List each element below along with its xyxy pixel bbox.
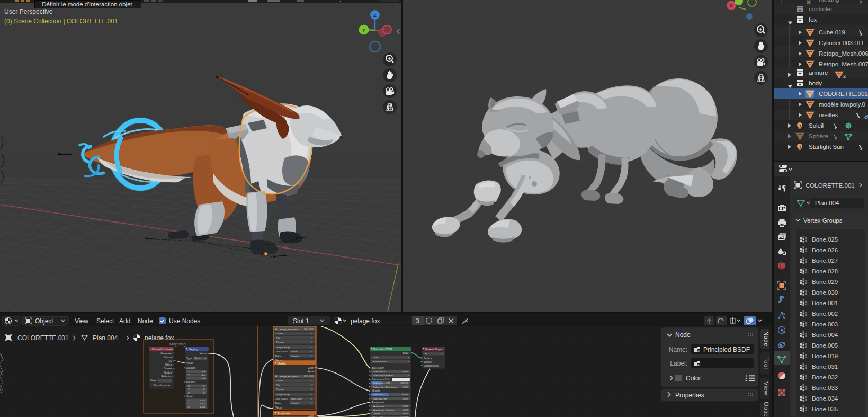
- svg-text:0.0%: 0.0%: [403, 412, 408, 415]
- svg-text:Subsurface IOR: Subsurface IOR: [373, 381, 390, 384]
- svg-text:Random Walk: Random Walk: [373, 360, 388, 363]
- svg-text:Type:: Type:: [186, 357, 192, 360]
- svg-text:Soleil: Soleil: [809, 122, 824, 129]
- svg-text:fox: fox: [809, 16, 817, 23]
- svg-text:145.0%: 145.0%: [400, 381, 408, 384]
- svg-text:COLORETTE.001: COLORETTE.001: [17, 334, 69, 342]
- svg-text:modèle lowpoly.0: modèle lowpoly.0: [819, 101, 865, 108]
- svg-text:Bone.035: Bone.035: [812, 406, 838, 412]
- svg-text:View: View: [75, 317, 88, 325]
- svg-text:1.000: 1.000: [200, 399, 206, 402]
- svg-text:Object: Object: [150, 379, 158, 382]
- svg-text:Subsurface Color: Subsurface Color: [372, 378, 391, 381]
- svg-text:Bone.029: Bone.029: [812, 279, 838, 285]
- svg-text:Material Output: Material Output: [425, 348, 443, 351]
- svg-text:Cube.019: Cube.019: [819, 29, 845, 36]
- svg-text:Single Image: Single Image: [276, 346, 290, 349]
- svg-text:0.0%: 0.0%: [403, 397, 408, 400]
- svg-text:Bone.030: Bone.030: [812, 289, 838, 296]
- svg-text:Retopo_Mesh.007: Retopo_Mesh.007: [819, 61, 868, 67]
- svg-text:Object: Object: [35, 317, 53, 325]
- svg-text:Base Color: Base Color: [372, 367, 384, 369]
- svg-text:metang: metang: [819, 0, 839, 3]
- svg-text:Bone.032: Bone.032: [812, 374, 838, 380]
- svg-text:Plan.004: Plan.004: [93, 334, 118, 342]
- svg-text:0 m: 0 m: [202, 374, 206, 376]
- svg-text:Starlight Sun: Starlight Sun: [809, 144, 844, 150]
- svg-text:Node: Node: [138, 317, 153, 325]
- svg-text:Bone.005: Bone.005: [812, 342, 838, 349]
- svg-text:COLORETTE.001: COLORETTE.001: [819, 91, 868, 97]
- svg-text:Bone.002: Bone.002: [812, 310, 838, 317]
- svg-text:Z: Z: [188, 392, 190, 394]
- svg-text:body: body: [809, 80, 822, 86]
- svg-text:Roughness: Roughness: [278, 412, 291, 415]
- svg-text:Vector: Vector: [200, 352, 207, 355]
- svg-text:pelage_fox_Metall...: pelage_fox_Metall...: [280, 375, 300, 378]
- svg-text:Surface: Surface: [424, 357, 432, 360]
- svg-text:Flat: Flat: [276, 384, 281, 386]
- svg-text:Use Nodes: Use Nodes: [169, 317, 200, 325]
- svg-text:Bone.003: Bone.003: [812, 321, 838, 327]
- svg-text:Linear: Linear: [276, 332, 283, 335]
- svg-text:Y: Y: [188, 388, 190, 391]
- svg-text:Alpha: Alpha: [307, 370, 314, 373]
- svg-text:BSDF: BSDF: [403, 352, 409, 354]
- svg-text:0 m: 0 m: [202, 377, 206, 380]
- svg-text:0.0%: 0.0%: [403, 405, 408, 407]
- svg-text:Y: Y: [362, 27, 366, 33]
- svg-text:UV: UV: [169, 360, 173, 362]
- svg-text:Anisotropic: Anisotropic: [373, 405, 386, 407]
- svg-text:Straight: Straight: [291, 402, 300, 404]
- svg-text:Metallic: Metallic: [372, 389, 380, 392]
- svg-text:Location: Location: [186, 367, 196, 369]
- svg-text:Normal: Normal: [164, 356, 172, 359]
- svg-text:Scale: Scale: [186, 395, 193, 398]
- svg-text:1.000: 1.000: [200, 406, 206, 409]
- svg-text:Slot 1: Slot 1: [293, 317, 309, 325]
- svg-text:Sheen: Sheen: [373, 412, 380, 415]
- svg-text:X: X: [188, 385, 190, 387]
- svg-text:pelage_fox_bones...: pelage_fox_bones...: [280, 328, 301, 331]
- svg-text:Volume: Volume: [424, 361, 432, 363]
- svg-text:From Instancer: From Instancer: [154, 384, 171, 387]
- svg-text:Roughness: Roughness: [372, 401, 384, 404]
- svg-text:50.0%: 50.0%: [402, 393, 409, 396]
- svg-text:X: X: [188, 399, 190, 402]
- svg-text:Vector: Vector: [186, 362, 193, 365]
- svg-text:Subsurface: Subsurface: [373, 370, 386, 373]
- svg-text:armure: armure: [809, 69, 828, 76]
- svg-text:0.0%: 0.0%: [403, 409, 408, 411]
- svg-text:oreilles: oreilles: [819, 112, 838, 118]
- svg-text:Bone.019: Bone.019: [812, 353, 838, 359]
- svg-text:COLORETTE.001: COLORETTE.001: [806, 182, 855, 189]
- svg-text:Texture Coordinate: Texture Coordinate: [152, 348, 173, 351]
- svg-text:Add: Add: [119, 317, 130, 325]
- svg-text:Subsurface Anisotropy: Subsurface Anisotropy: [373, 386, 397, 388]
- svg-text:Subsurface Radius: Subsurface Radius: [373, 374, 393, 377]
- svg-text:Sphère: Sphère: [809, 133, 828, 139]
- svg-text:Non-Color: Non-Color: [291, 397, 302, 400]
- svg-text:Color Space: Color Space: [275, 350, 288, 353]
- svg-text:Camera: Camera: [164, 367, 173, 370]
- svg-text:0°: 0°: [203, 392, 205, 394]
- svg-text:Repeat: Repeat: [276, 388, 284, 391]
- svg-text:Displacement: Displacement: [424, 365, 439, 367]
- svg-text:X: X: [730, 3, 733, 8]
- svg-text:Bone.027: Bone.027: [812, 258, 838, 264]
- svg-text:Plan.004: Plan.004: [815, 200, 839, 206]
- svg-text:Bone.034: Bone.034: [812, 395, 838, 402]
- svg-text:X: X: [188, 370, 190, 373]
- svg-text:Z: Z: [188, 406, 190, 409]
- svg-text:Bone.004: Bone.004: [812, 332, 838, 338]
- svg-text:Bone.026: Bone.026: [812, 247, 838, 253]
- svg-text:pelage fox: pelage fox: [351, 317, 380, 325]
- svg-text:Bone.031: Bone.031: [812, 363, 838, 370]
- svg-text:Bone.025: Bone.025: [812, 236, 838, 243]
- svg-text:Select: Select: [96, 317, 114, 325]
- svg-text:Name:: Name:: [669, 346, 687, 353]
- svg-text:Reflection: Reflection: [162, 375, 173, 378]
- svg-text:Color Space: Color Space: [275, 397, 288, 400]
- svg-text:sRGB: sRGB: [291, 350, 298, 353]
- svg-text:Specular Tint: Specular Tint: [373, 397, 387, 400]
